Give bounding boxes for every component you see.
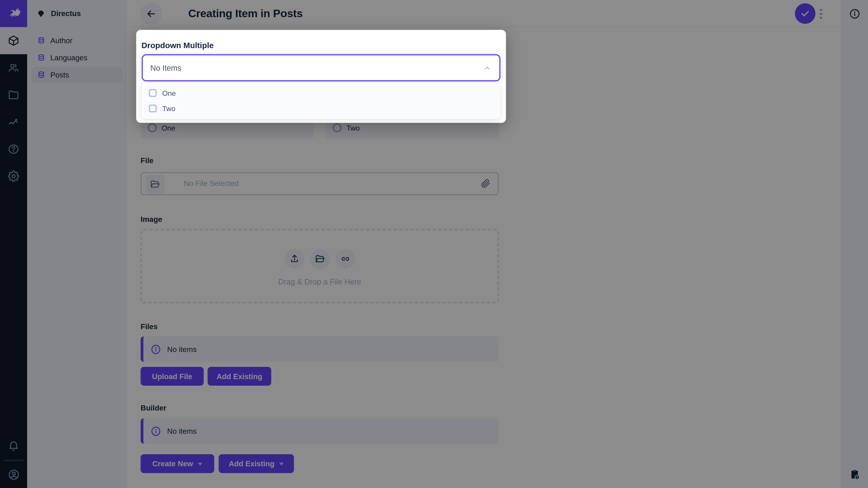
dropdown-multiple-field-card: Dropdown Multiple No Items One Two (136, 30, 506, 123)
dropdown-multiple-select[interactable]: No Items (142, 54, 500, 81)
chevron-up-icon (483, 63, 491, 72)
checkbox-icon[interactable] (149, 89, 157, 97)
dropdown-option-label: Two (162, 104, 176, 113)
dropdown-field-label: Dropdown Multiple (142, 41, 214, 50)
dropdown-selected-value: No Items (150, 63, 483, 72)
dropdown-option-one[interactable]: One (142, 85, 500, 101)
dropdown-option-label: One (162, 89, 176, 97)
dropdown-options-menu: One Two (142, 83, 500, 119)
checkbox-icon[interactable] (149, 105, 157, 112)
directus-app-window: Creating Item in Posts One (0, 0, 868, 488)
dropdown-option-two[interactable]: Two (142, 101, 500, 116)
